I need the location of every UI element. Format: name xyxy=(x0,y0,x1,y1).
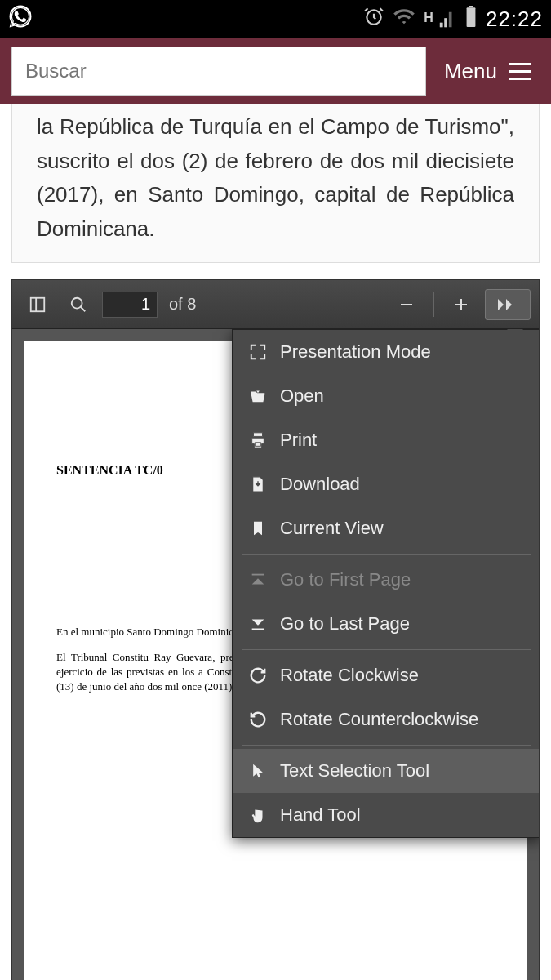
search-input[interactable] xyxy=(25,60,412,82)
hand-tool-item[interactable]: Hand Tool xyxy=(233,793,539,837)
hand-icon xyxy=(247,804,269,826)
bookmark-icon xyxy=(247,518,269,539)
menu-label: Presentation Mode xyxy=(280,341,431,363)
menu-label: Menu xyxy=(444,59,497,84)
toolbar-separator xyxy=(433,292,434,317)
whatsapp-icon xyxy=(8,4,33,34)
last-page-item[interactable]: Go to Last Page xyxy=(233,602,539,646)
fullscreen-icon xyxy=(247,341,269,363)
pdf-tools-dropdown: Presentation Mode Open Print Download Cu… xyxy=(232,329,539,838)
menu-label: Open xyxy=(280,385,324,407)
status-bar: H 22:22 xyxy=(0,0,551,38)
svg-point-6 xyxy=(72,298,82,309)
article-text: la República de Turquía en el Campo de T… xyxy=(11,104,540,263)
cursor-icon xyxy=(247,760,269,782)
pdf-body[interactable]: SENTENCIA TC/0 En el municipio Santo Dom… xyxy=(12,329,539,980)
go-bottom-icon xyxy=(247,613,269,635)
download-item[interactable]: Download xyxy=(233,462,539,506)
text-selection-item[interactable]: Text Selection Tool xyxy=(233,749,539,793)
svg-rect-3 xyxy=(467,7,476,27)
menu-label: Current View xyxy=(280,518,384,539)
rotate-cw-icon xyxy=(247,665,269,686)
wifi-icon xyxy=(393,5,415,33)
page-number-input[interactable] xyxy=(102,292,158,318)
svg-rect-4 xyxy=(31,298,45,312)
pdf-viewer: of 8 SENTENCIA TC/0 En el municipio Sant… xyxy=(11,279,540,980)
pdf-toolbar: of 8 xyxy=(12,280,539,329)
menu-label: Hand Tool xyxy=(280,804,361,826)
menu-label: Download xyxy=(280,474,360,495)
zoom-out-button[interactable] xyxy=(389,287,424,322)
sidebar-toggle-button[interactable] xyxy=(20,287,55,322)
menu-label: Rotate Clockwise xyxy=(280,665,419,686)
svg-line-7 xyxy=(81,307,86,312)
menu-label: Go to First Page xyxy=(280,569,411,590)
menu-separator xyxy=(242,554,531,555)
svg-rect-12 xyxy=(252,629,264,630)
svg-rect-2 xyxy=(469,6,473,7)
search-pdf-button[interactable] xyxy=(61,287,96,322)
svg-point-0 xyxy=(11,7,31,27)
menu-label: Text Selection Tool xyxy=(280,760,429,782)
menu-label: Rotate Counterclockwise xyxy=(280,709,478,730)
zoom-in-button[interactable] xyxy=(444,287,478,322)
more-tools-button[interactable] xyxy=(485,289,531,320)
page-count-label: of 8 xyxy=(164,295,196,314)
svg-rect-11 xyxy=(252,574,264,576)
download-icon xyxy=(247,474,269,495)
presentation-mode-item[interactable]: Presentation Mode xyxy=(233,330,539,374)
first-page-item: Go to First Page xyxy=(233,558,539,602)
go-top-icon xyxy=(247,569,269,590)
menu-button[interactable]: Menu xyxy=(436,59,540,84)
network-h-indicator: H xyxy=(424,11,433,25)
folder-open-icon xyxy=(247,385,269,407)
alarm-icon xyxy=(363,6,384,33)
search-box[interactable] xyxy=(11,47,426,96)
rotate-ccw-icon xyxy=(247,709,269,730)
app-header: Menu xyxy=(0,38,551,104)
print-item[interactable]: Print xyxy=(233,418,539,462)
clock-time: 22:22 xyxy=(486,7,543,32)
menu-separator xyxy=(242,649,531,650)
open-item[interactable]: Open xyxy=(233,374,539,418)
battery-icon xyxy=(464,6,478,33)
signal-icon: H xyxy=(424,11,456,29)
menu-label: Go to Last Page xyxy=(280,613,410,635)
current-view-item[interactable]: Current View xyxy=(233,506,539,550)
print-icon xyxy=(247,430,269,451)
rotate-cw-item[interactable]: Rotate Clockwise xyxy=(233,653,539,697)
hamburger-icon xyxy=(509,63,531,80)
menu-label: Print xyxy=(280,430,317,451)
menu-separator xyxy=(242,745,531,746)
rotate-ccw-item[interactable]: Rotate Counterclockwise xyxy=(233,697,539,742)
